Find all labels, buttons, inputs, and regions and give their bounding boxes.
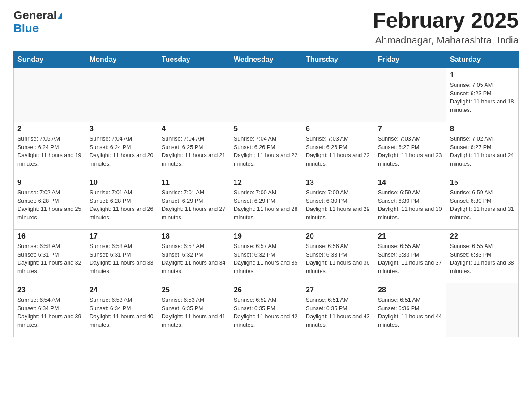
day-number: 21	[378, 232, 442, 240]
day-number: 7	[378, 125, 442, 133]
header-friday: Friday	[374, 51, 446, 68]
day-info: Sunrise: 6:58 AMSunset: 6:31 PMDaylight:…	[90, 242, 154, 276]
day-info: Sunrise: 7:03 AMSunset: 6:27 PMDaylight:…	[378, 135, 442, 168]
calendar-header: Sunday Monday Tuesday Wednesday Thursday…	[14, 51, 519, 68]
day-number: 24	[90, 286, 154, 294]
day-number: 15	[450, 179, 515, 187]
day-info: Sunrise: 6:52 AMSunset: 6:35 PMDaylight:…	[234, 296, 298, 330]
logo: General Blue	[13, 9, 62, 34]
calendar-day-cell: 24Sunrise: 6:53 AMSunset: 6:34 PMDayligh…	[86, 283, 158, 337]
calendar-week-row: 16Sunrise: 6:58 AMSunset: 6:31 PMDayligh…	[14, 229, 519, 283]
calendar-day-cell: 13Sunrise: 7:00 AMSunset: 6:30 PMDayligh…	[302, 176, 374, 229]
header-saturday: Saturday	[446, 51, 519, 68]
title-section: February 2025 Ahmadnagar, Maharashtra, I…	[373, 9, 519, 46]
header-sunday: Sunday	[14, 51, 86, 68]
day-number: 23	[17, 286, 82, 294]
day-number: 19	[234, 232, 298, 240]
calendar-day-cell	[230, 68, 302, 122]
day-info: Sunrise: 7:00 AMSunset: 6:29 PMDaylight:…	[234, 188, 298, 222]
day-info: Sunrise: 6:58 AMSunset: 6:31 PMDaylight:…	[17, 242, 82, 276]
day-info: Sunrise: 6:53 AMSunset: 6:34 PMDaylight:…	[90, 296, 154, 330]
day-info: Sunrise: 7:01 AMSunset: 6:29 PMDaylight:…	[162, 188, 226, 222]
header-tuesday: Tuesday	[158, 51, 230, 68]
calendar-day-cell	[374, 68, 446, 122]
day-info: Sunrise: 7:04 AMSunset: 6:26 PMDaylight:…	[234, 135, 298, 168]
calendar-day-cell: 21Sunrise: 6:55 AMSunset: 6:33 PMDayligh…	[374, 229, 446, 283]
calendar-day-cell: 26Sunrise: 6:52 AMSunset: 6:35 PMDayligh…	[230, 283, 302, 337]
day-number: 1	[450, 71, 515, 79]
calendar-day-cell: 25Sunrise: 6:53 AMSunset: 6:35 PMDayligh…	[158, 283, 230, 337]
day-number: 26	[234, 286, 298, 294]
day-info: Sunrise: 6:57 AMSunset: 6:32 PMDaylight:…	[162, 242, 226, 276]
header-wednesday: Wednesday	[230, 51, 302, 68]
day-number: 18	[162, 232, 226, 240]
logo-triangle-icon	[58, 12, 62, 19]
day-number: 27	[306, 286, 370, 294]
calendar-day-cell: 6Sunrise: 7:03 AMSunset: 6:26 PMDaylight…	[302, 122, 374, 176]
day-info: Sunrise: 6:55 AMSunset: 6:33 PMDaylight:…	[450, 242, 515, 276]
calendar-day-cell: 3Sunrise: 7:04 AMSunset: 6:24 PMDaylight…	[86, 122, 158, 176]
calendar-day-cell	[86, 68, 158, 122]
day-number: 28	[378, 286, 442, 294]
day-number: 3	[90, 125, 154, 133]
calendar-day-cell: 16Sunrise: 6:58 AMSunset: 6:31 PMDayligh…	[14, 229, 86, 283]
calendar-day-cell: 19Sunrise: 6:57 AMSunset: 6:32 PMDayligh…	[230, 229, 302, 283]
page-header: General Blue February 2025 Ahmadnagar, M…	[13, 9, 519, 46]
logo-blue-text: Blue	[13, 22, 39, 35]
calendar-day-cell: 15Sunrise: 6:59 AMSunset: 6:30 PMDayligh…	[446, 176, 519, 229]
calendar-day-cell: 5Sunrise: 7:04 AMSunset: 6:26 PMDaylight…	[230, 122, 302, 176]
day-info: Sunrise: 7:00 AMSunset: 6:30 PMDaylight:…	[306, 188, 370, 222]
calendar-week-row: 1Sunrise: 7:05 AMSunset: 6:23 PMDaylight…	[14, 68, 519, 122]
day-info: Sunrise: 6:54 AMSunset: 6:34 PMDaylight:…	[17, 296, 82, 330]
day-info: Sunrise: 6:57 AMSunset: 6:32 PMDaylight:…	[234, 242, 298, 276]
day-info: Sunrise: 7:04 AMSunset: 6:24 PMDaylight:…	[90, 135, 154, 168]
day-number: 14	[378, 179, 442, 187]
day-info: Sunrise: 7:02 AMSunset: 6:28 PMDaylight:…	[17, 188, 82, 222]
day-number: 6	[306, 125, 370, 133]
header-monday: Monday	[86, 51, 158, 68]
calendar-week-row: 9Sunrise: 7:02 AMSunset: 6:28 PMDaylight…	[14, 176, 519, 229]
day-number: 2	[17, 125, 82, 133]
calendar-day-cell: 2Sunrise: 7:05 AMSunset: 6:24 PMDaylight…	[14, 122, 86, 176]
day-info: Sunrise: 6:59 AMSunset: 6:30 PMDaylight:…	[450, 188, 515, 222]
day-info: Sunrise: 7:05 AMSunset: 6:24 PMDaylight:…	[17, 135, 82, 168]
day-number: 5	[234, 125, 298, 133]
weekday-header-row: Sunday Monday Tuesday Wednesday Thursday…	[14, 51, 519, 68]
day-info: Sunrise: 7:03 AMSunset: 6:26 PMDaylight:…	[306, 135, 370, 168]
calendar-day-cell: 18Sunrise: 6:57 AMSunset: 6:32 PMDayligh…	[158, 229, 230, 283]
calendar-table: Sunday Monday Tuesday Wednesday Thursday…	[13, 51, 519, 337]
calendar-day-cell	[158, 68, 230, 122]
calendar-day-cell: 20Sunrise: 6:56 AMSunset: 6:33 PMDayligh…	[302, 229, 374, 283]
calendar-day-cell: 27Sunrise: 6:51 AMSunset: 6:35 PMDayligh…	[302, 283, 374, 337]
day-number: 17	[90, 232, 154, 240]
day-number: 13	[306, 179, 370, 187]
calendar-day-cell: 9Sunrise: 7:02 AMSunset: 6:28 PMDaylight…	[14, 176, 86, 229]
calendar-week-row: 2Sunrise: 7:05 AMSunset: 6:24 PMDaylight…	[14, 122, 519, 176]
day-info: Sunrise: 6:55 AMSunset: 6:33 PMDaylight:…	[378, 242, 442, 276]
calendar-day-cell: 14Sunrise: 6:59 AMSunset: 6:30 PMDayligh…	[374, 176, 446, 229]
calendar-day-cell: 10Sunrise: 7:01 AMSunset: 6:28 PMDayligh…	[86, 176, 158, 229]
calendar-day-cell: 28Sunrise: 6:51 AMSunset: 6:36 PMDayligh…	[374, 283, 446, 337]
day-info: Sunrise: 7:04 AMSunset: 6:25 PMDaylight:…	[162, 135, 226, 168]
day-number: 8	[450, 125, 515, 133]
calendar-day-cell	[446, 283, 519, 337]
day-number: 10	[90, 179, 154, 187]
day-info: Sunrise: 7:05 AMSunset: 6:23 PMDaylight:…	[450, 81, 515, 115]
day-info: Sunrise: 6:51 AMSunset: 6:35 PMDaylight:…	[306, 296, 370, 330]
calendar-day-cell: 11Sunrise: 7:01 AMSunset: 6:29 PMDayligh…	[158, 176, 230, 229]
header-thursday: Thursday	[302, 51, 374, 68]
logo-general-text: General	[13, 9, 57, 22]
day-info: Sunrise: 6:56 AMSunset: 6:33 PMDaylight:…	[306, 242, 370, 276]
day-info: Sunrise: 6:53 AMSunset: 6:35 PMDaylight:…	[162, 296, 226, 330]
calendar-day-cell: 22Sunrise: 6:55 AMSunset: 6:33 PMDayligh…	[446, 229, 519, 283]
day-info: Sunrise: 7:01 AMSunset: 6:28 PMDaylight:…	[90, 188, 154, 222]
day-number: 11	[162, 179, 226, 187]
calendar-day-cell: 8Sunrise: 7:02 AMSunset: 6:27 PMDaylight…	[446, 122, 519, 176]
day-number: 20	[306, 232, 370, 240]
day-info: Sunrise: 7:02 AMSunset: 6:27 PMDaylight:…	[450, 135, 515, 168]
calendar-title: February 2025	[373, 9, 519, 33]
calendar-week-row: 23Sunrise: 6:54 AMSunset: 6:34 PMDayligh…	[14, 283, 519, 337]
calendar-subtitle: Ahmadnagar, Maharashtra, India	[373, 34, 519, 46]
day-info: Sunrise: 6:59 AMSunset: 6:30 PMDaylight:…	[378, 188, 442, 222]
calendar-day-cell: 23Sunrise: 6:54 AMSunset: 6:34 PMDayligh…	[14, 283, 86, 337]
